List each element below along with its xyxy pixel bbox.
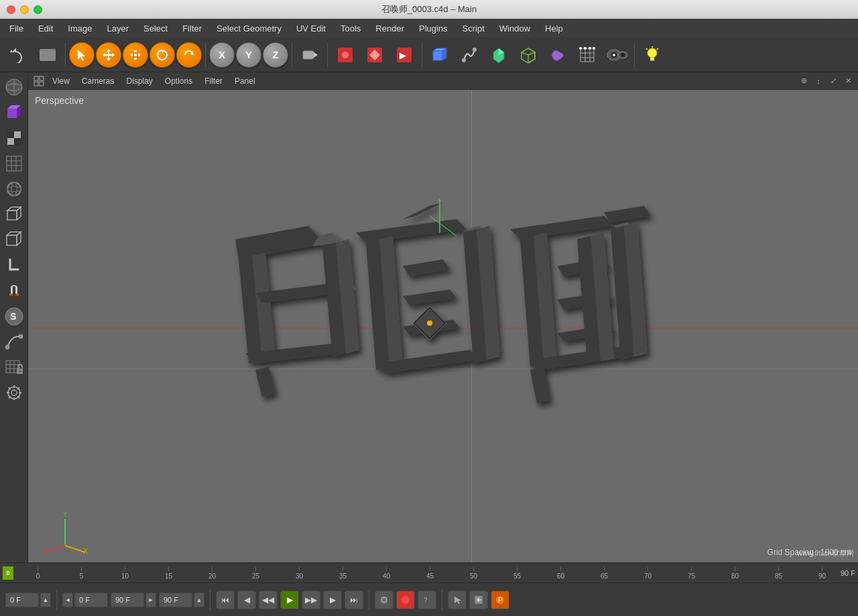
menu-script[interactable]: Script (456, 22, 491, 35)
vp-menu-options[interactable]: Options (160, 75, 198, 87)
sidebar-snap-btn[interactable]: S (2, 304, 26, 328)
tick-90: 90 (800, 567, 838, 580)
pause-button[interactable]: P (491, 591, 509, 609)
sidebar-gear-btn[interactable] (2, 381, 26, 405)
sidebar-box-btn[interactable] (2, 202, 26, 227)
keyframe-add-button[interactable] (469, 591, 488, 609)
separator-2 (205, 43, 206, 67)
vp-maximize-icon[interactable]: ⊕ (798, 75, 810, 87)
play-forward-button[interactable]: ▶▶ (302, 591, 320, 609)
svg-rect-8 (303, 51, 314, 59)
vp-close-icon[interactable]: ✕ (842, 75, 854, 87)
rotate-object-button[interactable] (176, 42, 202, 68)
menu-tools[interactable]: Tools (334, 22, 367, 35)
viewport-grid-icon[interactable] (32, 74, 46, 88)
menu-plugins[interactable]: Plugins (412, 22, 454, 35)
record-button[interactable] (331, 41, 359, 69)
undo-button[interactable] (4, 41, 32, 69)
lattice-button[interactable] (514, 41, 542, 69)
sidebar-checker-btn[interactable] (2, 126, 26, 150)
sidebar-curve-btn[interactable] (2, 330, 26, 354)
fps-arrow[interactable]: ▲ (194, 593, 204, 607)
z-axis-button[interactable]: Z (263, 42, 288, 68)
cursor-button[interactable] (448, 591, 467, 609)
next-frame-button[interactable]: ▶ (323, 591, 342, 609)
menu-help[interactable]: Help (538, 22, 570, 35)
svg-marker-137 (255, 367, 275, 397)
sidebar-cube-btn[interactable] (2, 101, 26, 125)
svg-point-75 (5, 345, 9, 349)
world-space-button[interactable] (296, 41, 324, 69)
end-frame-input[interactable] (111, 593, 144, 607)
morph-button[interactable] (544, 41, 572, 69)
select-tool-button[interactable] (69, 42, 95, 68)
menu-image[interactable]: Image (61, 22, 99, 35)
vp-center-icon[interactable]: ↕ (812, 75, 824, 87)
sidebar-lshape-btn[interactable] (2, 253, 26, 278)
frame-down-arrow[interactable]: ▲ (40, 593, 51, 607)
fps-input[interactable] (159, 593, 192, 607)
menu-select-geometry[interactable]: Select Geometry (210, 22, 288, 35)
minimize-button[interactable] (20, 5, 29, 14)
keyframe-button[interactable] (361, 41, 389, 69)
vp-menu-view[interactable]: View (47, 75, 75, 87)
menu-filter[interactable]: Filter (176, 22, 208, 35)
sidebar-world-btn[interactable] (2, 75, 26, 99)
sidebar-torus-btn[interactable] (2, 177, 26, 201)
sep-bot-2 (210, 590, 210, 610)
sidebar-box2-btn[interactable] (2, 228, 26, 252)
3d-text-object (202, 199, 684, 454)
svg-marker-24 (522, 48, 535, 55)
vp-menu-cameras[interactable]: Cameras (76, 75, 120, 87)
move-tool-button[interactable] (96, 42, 121, 68)
maximize-button[interactable] (34, 5, 42, 14)
view-cube-button[interactable] (426, 41, 454, 69)
record-key-button[interactable] (396, 591, 415, 609)
play-reverse-button[interactable]: ◀◀ (259, 591, 278, 609)
menu-window[interactable]: Window (493, 22, 537, 35)
history-button[interactable] (34, 41, 62, 69)
svg-rect-5 (133, 52, 138, 58)
vp-menu-display[interactable]: Display (121, 75, 158, 87)
goto-end-button[interactable]: ⏭ (345, 591, 363, 609)
motion-path-button[interactable]: ? (418, 591, 436, 609)
svg-rect-94 (34, 76, 38, 80)
prev-frame-button[interactable]: ◀ (237, 591, 256, 609)
close-button[interactable] (7, 5, 15, 14)
menu-render[interactable]: Render (369, 22, 411, 35)
render-preview-button[interactable] (603, 41, 631, 69)
vp-menu-panel[interactable]: Panel (229, 75, 261, 87)
title-bar: 召唤师_0003.c4d – Main (0, 0, 858, 19)
sidebar-grid-btn[interactable] (2, 151, 26, 176)
svg-marker-70 (17, 232, 21, 245)
start-frame-input[interactable] (74, 593, 108, 607)
end-frame-right-arrow[interactable]: ► (145, 593, 156, 607)
record-motion-button[interactable] (375, 591, 393, 609)
play-button[interactable]: ▶ (280, 591, 299, 609)
goto-start-button[interactable]: ⏮ (216, 591, 235, 609)
rotate-tool-button[interactable] (149, 42, 175, 68)
start-frame-left-arrow[interactable]: ◄ (62, 593, 73, 607)
x-axis-button[interactable]: X (209, 42, 235, 68)
current-frame-input[interactable] (5, 593, 39, 607)
menu-layer[interactable]: Layer (101, 22, 136, 35)
scale-tool-button[interactable] (123, 42, 148, 68)
svg-point-34 (593, 47, 595, 50)
light-button[interactable] (638, 41, 666, 69)
grid-button[interactable] (573, 41, 601, 69)
auto-key-button[interactable]: ▶ (390, 41, 418, 69)
y-axis-button[interactable]: Y (236, 42, 261, 68)
vp-menu-filter[interactable]: Filter (199, 75, 228, 87)
timeline-tick-area[interactable]: 0 5 10 15 20 25 30 35 40 45 50 55 60 65 … (16, 563, 838, 582)
sculpt-button[interactable] (485, 41, 513, 69)
menu-select[interactable]: Select (137, 22, 174, 35)
tick-45: 45 (408, 567, 452, 580)
sidebar-magnet-btn[interactable] (2, 279, 26, 303)
vp-fullscreen-icon[interactable]: ⤢ (827, 75, 839, 87)
spline-button[interactable] (455, 41, 483, 69)
menu-file[interactable]: File (3, 22, 30, 35)
sidebar-lock-btn[interactable] (2, 355, 26, 379)
viewport[interactable]: Perspective (28, 90, 858, 562)
menu-uv-edit[interactable]: UV Edit (290, 22, 332, 35)
menu-edit[interactable]: Edit (32, 22, 60, 35)
